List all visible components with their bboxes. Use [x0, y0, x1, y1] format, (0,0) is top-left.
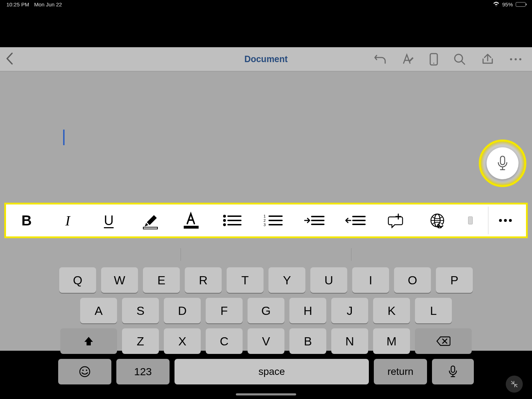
svg-point-20 — [509, 219, 512, 222]
key-b[interactable]: B — [289, 328, 326, 354]
svg-point-2 — [455, 54, 462, 62]
space-key[interactable]: space — [174, 359, 369, 384]
key-row-2: A S D F G H J K L — [0, 298, 532, 323]
status-date: Mon Jun 22 — [34, 1, 62, 7]
text-style-button[interactable] — [401, 53, 414, 65]
key-row-3: Z X C V B N M — [0, 328, 532, 354]
key-x[interactable]: X — [164, 328, 201, 354]
key-u[interactable]: U — [310, 267, 347, 293]
svg-text:1: 1 — [264, 214, 266, 218]
svg-rect-7 — [143, 227, 157, 229]
svg-point-18 — [499, 219, 502, 222]
key-row-1: Q W E R T Y U I O P — [0, 267, 532, 293]
return-key[interactable]: return — [374, 359, 427, 384]
italic-button[interactable]: I — [57, 212, 78, 229]
underline-button[interactable]: U — [98, 213, 120, 228]
key-g[interactable]: G — [248, 298, 284, 323]
toolbar-more-button[interactable] — [495, 218, 516, 223]
on-screen-keyboard: Q W E R T Y U I O P A S D F G H J K L Z — [0, 242, 532, 351]
bullet-list-button[interactable] — [221, 213, 243, 228]
key-w[interactable]: W — [101, 267, 138, 293]
search-button[interactable] — [453, 53, 466, 66]
keyboard-mic-key[interactable] — [432, 359, 474, 384]
key-y[interactable]: Y — [268, 267, 305, 293]
key-i[interactable]: I — [352, 267, 389, 293]
numbered-list-button[interactable]: 123 — [262, 213, 284, 228]
bold-button[interactable]: B — [16, 213, 37, 229]
key-k[interactable]: K — [373, 298, 410, 323]
shift-key[interactable] — [60, 328, 117, 354]
svg-point-21 — [80, 367, 90, 377]
svg-point-19 — [504, 219, 507, 222]
svg-point-5 — [519, 58, 521, 60]
key-o[interactable]: O — [394, 267, 431, 293]
key-h[interactable]: H — [289, 298, 326, 323]
key-t[interactable]: T — [227, 267, 264, 293]
share-button[interactable] — [481, 53, 494, 65]
status-time: 10:25 PM — [6, 1, 29, 7]
key-l[interactable]: L — [415, 298, 452, 323]
battery-icon — [516, 2, 526, 7]
key-v[interactable]: V — [248, 328, 284, 354]
key-z[interactable]: Z — [122, 328, 159, 354]
key-a[interactable]: A — [80, 298, 117, 323]
key-q[interactable]: Q — [59, 267, 96, 293]
text-cursor — [63, 130, 65, 145]
key-row-4: 123 space return — [0, 359, 532, 384]
minimize-keyboard-button[interactable] — [506, 376, 523, 393]
svg-point-10 — [223, 219, 226, 222]
highlight-button[interactable] — [139, 212, 160, 229]
key-m[interactable]: M — [373, 328, 410, 354]
key-j[interactable]: J — [331, 298, 368, 323]
svg-point-23 — [86, 370, 87, 371]
back-button[interactable] — [6, 53, 13, 66]
svg-point-11 — [223, 223, 226, 226]
key-p[interactable]: P — [436, 267, 473, 293]
svg-text:2: 2 — [264, 218, 266, 223]
dictation-button[interactable] — [487, 147, 519, 179]
battery-percent: 95% — [502, 1, 513, 7]
mobile-view-button[interactable] — [429, 53, 438, 66]
svg-point-4 — [515, 58, 517, 60]
svg-point-9 — [223, 215, 226, 218]
undo-button[interactable] — [374, 53, 387, 65]
svg-point-22 — [82, 370, 84, 371]
font-color-button[interactable] — [180, 212, 201, 229]
comment-button[interactable] — [386, 213, 407, 228]
indent-button[interactable] — [304, 214, 325, 226]
dictation-highlight — [479, 140, 526, 187]
wifi-icon — [493, 1, 499, 7]
key-c[interactable]: C — [206, 328, 243, 354]
partial-tool-icon[interactable] — [468, 213, 475, 228]
svg-point-1 — [433, 62, 434, 64]
nav-bar: Document — [0, 47, 532, 71]
suggestion-bar — [0, 248, 532, 262]
svg-point-3 — [510, 58, 512, 60]
backspace-key[interactable] — [415, 328, 472, 354]
svg-rect-24 — [451, 366, 455, 372]
key-f[interactable]: F — [206, 298, 243, 323]
toolbar-divider — [488, 207, 488, 234]
formatting-toolbar: B I U 123 — [4, 203, 528, 238]
outdent-button[interactable] — [345, 214, 366, 226]
numbers-key[interactable]: 123 — [116, 359, 170, 384]
key-e[interactable]: E — [143, 267, 180, 293]
emoji-key[interactable] — [58, 359, 111, 384]
home-indicator[interactable] — [236, 393, 296, 395]
key-d[interactable]: D — [164, 298, 201, 323]
more-button[interactable] — [509, 58, 522, 61]
key-s[interactable]: S — [122, 298, 159, 323]
key-r[interactable]: R — [185, 267, 222, 293]
app-window: Document — [0, 47, 532, 351]
svg-rect-8 — [184, 226, 199, 229]
link-button[interactable] — [427, 213, 448, 228]
svg-text:3: 3 — [264, 223, 266, 227]
key-n[interactable]: N — [331, 328, 368, 354]
status-bar: 10:25 PM Mon Jun 22 95% — [0, 0, 532, 9]
svg-rect-6 — [500, 156, 505, 165]
svg-rect-17 — [468, 217, 472, 224]
